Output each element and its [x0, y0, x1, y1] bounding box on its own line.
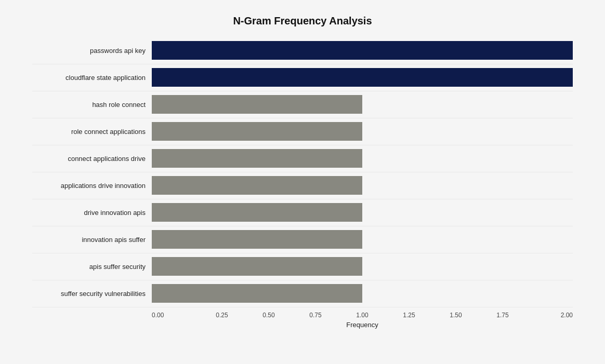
bar-row: connect applications drive [32, 145, 573, 172]
bar-fill [152, 176, 362, 195]
x-tick: 0.50 [245, 312, 292, 319]
bar-label: suffer security vulnerabilities [32, 290, 152, 298]
bar-fill [152, 41, 573, 60]
bar-row: suffer security vulnerabilities [32, 280, 573, 307]
x-tick: 1.75 [479, 312, 526, 319]
x-tick: 1.25 [386, 312, 432, 319]
bar-row: applications drive innovation [32, 172, 573, 199]
bar-label: innovation apis suffer [32, 236, 152, 244]
x-tick: 1.50 [432, 312, 479, 319]
chart-container: N-Gram Frequency Analysis passwords api … [17, 5, 588, 360]
bar-track [152, 230, 573, 249]
bar-fill [152, 203, 362, 222]
bar-track [152, 176, 573, 195]
bar-track [152, 41, 573, 60]
x-tick: 2.00 [526, 312, 573, 319]
bar-track [152, 203, 573, 222]
bar-fill [152, 284, 362, 303]
bar-label: apis suffer security [32, 263, 152, 271]
bar-label: role connect applications [32, 128, 152, 136]
bar-row: hash role connect [32, 91, 573, 118]
bar-label: cloudflare state application [32, 74, 152, 82]
x-tick: 0.75 [292, 312, 339, 319]
chart-area: passwords api keycloudflare state applic… [32, 37, 573, 307]
bar-label: applications drive innovation [32, 182, 152, 190]
x-axis: 0.000.250.500.751.001.251.501.752.00 [152, 312, 573, 319]
x-tick: 1.00 [339, 312, 386, 319]
bar-label: connect applications drive [32, 155, 152, 163]
bar-track [152, 149, 573, 168]
bar-row: passwords api key [32, 37, 573, 64]
bar-label: hash role connect [32, 101, 152, 109]
bar-row: apis suffer security [32, 253, 573, 280]
bar-track [152, 284, 573, 303]
bar-row: cloudflare state application [32, 64, 573, 91]
x-tick: 0.25 [199, 312, 245, 319]
bar-track [152, 68, 573, 87]
x-axis-label: Frequency [152, 321, 573, 329]
x-tick: 0.00 [152, 312, 199, 319]
bar-track [152, 122, 573, 141]
bar-label: drive innovation apis [32, 209, 152, 217]
bar-fill [152, 149, 362, 168]
bar-fill [152, 95, 362, 114]
chart-title: N-Gram Frequency Analysis [32, 15, 573, 27]
bar-track [152, 257, 573, 276]
bar-row: role connect applications [32, 118, 573, 145]
bar-row: drive innovation apis [32, 199, 573, 226]
bar-row: innovation apis suffer [32, 226, 573, 253]
bar-label: passwords api key [32, 47, 152, 55]
bar-track [152, 95, 573, 114]
bar-fill [152, 230, 362, 249]
bar-fill [152, 122, 362, 141]
bar-fill [152, 257, 362, 276]
bar-fill [152, 68, 573, 87]
